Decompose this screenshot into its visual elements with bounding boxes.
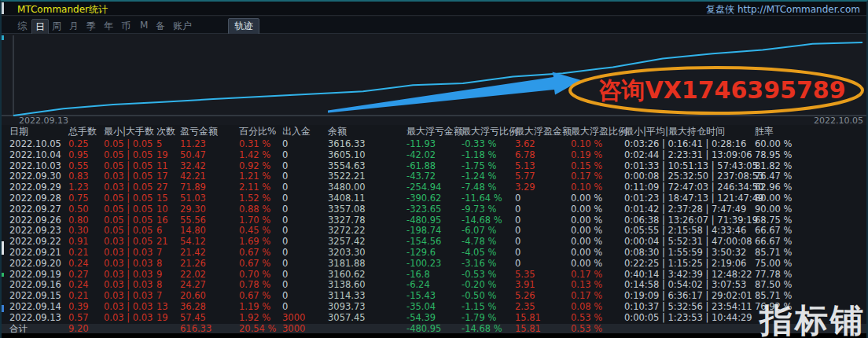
cell-pnl: 32.42 (180, 161, 239, 172)
cell-minmax-lots: 0.05 | 0.05 (104, 204, 156, 215)
cell-percent: 0.70 % (239, 270, 282, 281)
cell-percent: 0.45 % (239, 226, 282, 237)
col-header-percent[interactable]: 百分比% (239, 123, 282, 139)
bottom-strip (2, 333, 866, 338)
cell-max-float-loss-pct: -0.33 % (462, 139, 515, 150)
corner-mark (2, 2, 4, 14)
table-row[interactable]: 2022.09.130.570.03 | 0.031957.451.92 %30… (2, 313, 868, 324)
col-header-balance[interactable]: 余额 (328, 123, 406, 139)
cell-balance: 3160.62 (328, 270, 406, 281)
cell-max-float-loss-pct: -1.18 % (462, 150, 515, 161)
cell-date: 2022.09.15 (9, 291, 68, 302)
menu-item-backup[interactable]: 备 (153, 19, 168, 34)
trail-button[interactable]: 轨迹 (228, 18, 259, 35)
cell-minmax-lots: 0.05 | 0.05 (104, 139, 156, 150)
table-row[interactable]: 2022.10.040.950.05 | 0.051950.471.42 %03… (2, 150, 868, 161)
menu-item-account[interactable]: 账户 (170, 19, 195, 34)
cell-count: 13 (156, 302, 180, 313)
table-row[interactable]: 2022.09.270.500.05 | 0.051029.300.88 %03… (2, 204, 868, 215)
menu-item-zong[interactable]: 综 (14, 19, 30, 34)
col-header-pnl[interactable]: 盈亏金额 (180, 123, 239, 139)
cell-max-float-loss: -390.62 (406, 193, 462, 204)
menu-item-quarter[interactable]: 季 (83, 19, 99, 34)
cell-max-float-loss-pct: -0.20 % (462, 280, 515, 291)
cell-max-float-loss: -254.94 (406, 182, 462, 193)
cell-total-lots: 0.30 (68, 226, 104, 237)
table-row[interactable]: 2022.10.050.250.05 | 0.05511.230.31 %036… (2, 139, 868, 150)
promo-annotation: 咨询VX1746395789 (598, 76, 845, 104)
cell-max-float-profit: 0 (515, 248, 571, 259)
cell-cashflow: 0 (282, 291, 328, 302)
cell-max-float-profit: 2.35 (515, 302, 571, 313)
cell-max-float-profit: 6.78 (515, 150, 571, 161)
cell-cashflow: 0 (282, 204, 328, 215)
cell-total-lots: 0.25 (68, 139, 104, 150)
promo-arrow-icon (328, 72, 581, 113)
cell-hold-time: 0:03:26 | 0:16:41 | 0:28:16 (624, 139, 755, 150)
cell-max-float-loss-pct: -1.15 % (462, 302, 515, 313)
table-row[interactable]: 2022.09.150.210.03 | 0.03720.600.67 %031… (2, 291, 868, 302)
cell-balance: 3114.33 (328, 291, 406, 302)
cell-max-float-profit-pct: 0.00 % (571, 204, 624, 215)
cell-hold-time: 0:05:55 | 2:15:58 | 4:33:46 (624, 226, 755, 237)
cell-max-float-profit-pct: 0.10 % (571, 139, 624, 150)
col-header-max-float-profit-pct[interactable]: 最大浮盈比例 (571, 123, 624, 139)
cell-pnl: 24.27 (180, 280, 239, 291)
cell-max-float-profit: 0 (515, 226, 571, 237)
cell-pnl: 21.26 (180, 259, 239, 270)
table-row[interactable]: 2022.09.220.910.03 | 0.052154.121.69 %03… (2, 237, 868, 248)
table-row[interactable]: 2022.09.230.300.05 | 0.05614.800.45 %032… (2, 226, 868, 237)
col-header-total-lots[interactable]: 总手数 (68, 123, 104, 139)
cell-win-rate: 75.00 % (755, 259, 868, 270)
table-row[interactable]: 2022.09.260.800.05 | 0.051655.561.70 %03… (2, 215, 868, 226)
cell-percent: 1.19 % (239, 302, 282, 313)
table-row[interactable]: 2022.09.291.230.03 | 0.052771.892.11 %03… (2, 182, 868, 193)
table-row[interactable]: 2022.09.200.240.03 | 0.03821.260.67 %031… (2, 259, 868, 270)
table-row[interactable]: 2022.09.190.270.03 | 0.03922.020.70 %031… (2, 270, 868, 281)
cell-max-float-loss: -16.8 (406, 270, 462, 281)
menu-item-currency[interactable]: 币 (118, 19, 134, 34)
col-header-win-rate[interactable]: 胜率 (755, 123, 868, 139)
col-header-max-float-loss[interactable]: 最大浮亏金额 (406, 123, 462, 139)
cell-percent: 0.31 % (239, 139, 282, 150)
table-row[interactable]: 2022.09.140.390.03 | 0.031336.281.19 %03… (2, 302, 868, 313)
cell-cashflow: 0 (282, 280, 328, 291)
menu-item-m[interactable]: M (137, 19, 151, 31)
brand-link[interactable]: 复盘侠 http://MTCommander.com (706, 3, 860, 17)
table-row[interactable]: 2022.10.030.550.05 | 0.051132.420.92 %03… (2, 161, 868, 172)
table-row[interactable]: 2022.09.280.750.05 | 0.051551.031.52 %03… (2, 193, 868, 204)
cell-balance: 3357.08 (328, 204, 406, 215)
edge-mark-green (2, 273, 4, 277)
col-header-cashflow[interactable]: 出入金 (282, 123, 328, 139)
cell-max-float-loss-pct: -9.73 % (462, 204, 515, 215)
col-header-max-float-loss-pct[interactable]: 最大浮亏比例 (462, 123, 515, 139)
menu-item-day[interactable]: 日 (31, 19, 49, 35)
col-header-date[interactable]: 日期 (9, 123, 68, 139)
col-header-max-float-profit[interactable]: 最大浮盈金额 (515, 123, 571, 139)
cell-total-lots: 0.24 (68, 259, 104, 270)
menu-item-year[interactable]: 年 (101, 19, 116, 34)
cell-count: 11 (156, 161, 180, 172)
cell-count: 19 (156, 313, 180, 324)
table-row[interactable]: 2022.09.160.240.03 | 0.03824.270.78 %031… (2, 280, 868, 291)
menu-item-week[interactable]: 周 (49, 19, 64, 34)
cell-date: 2022.10.03 (9, 161, 68, 172)
cell-count: 5 (156, 139, 180, 150)
menu-item-month[interactable]: 月 (66, 19, 82, 34)
col-header-count[interactable]: 次数 (156, 123, 180, 139)
cell-percent: 0.78 % (239, 280, 282, 291)
cell-max-float-loss: -129.6 (406, 248, 462, 259)
cell-total-lots: 0.21 (68, 248, 104, 259)
cell-date: 2022.09.16 (9, 280, 68, 291)
table-row[interactable]: 2022.09.300.830.03 | 0.051742.211.21 %03… (2, 171, 868, 182)
col-header-minmax-lots[interactable]: 最小|大手数 (104, 123, 156, 139)
cell-date: 2022.09.29 (9, 182, 68, 193)
cell-date: 2022.09.22 (9, 237, 68, 248)
table-row[interactable]: 2022.09.210.210.03 | 0.03721.420.67 %032… (2, 248, 868, 259)
edge-mark-white (2, 241, 4, 255)
cell-minmax-lots: 0.03 | 0.05 (104, 171, 156, 182)
cell-max-float-loss-pct: -6.07 % (462, 226, 515, 237)
col-header-hold-time[interactable]: 最小|平均|最大持仓时间 (624, 123, 755, 139)
cell-max-float-profit-pct: 0.13 % (571, 280, 624, 291)
cell-max-float-loss: -323.65 (406, 204, 462, 215)
